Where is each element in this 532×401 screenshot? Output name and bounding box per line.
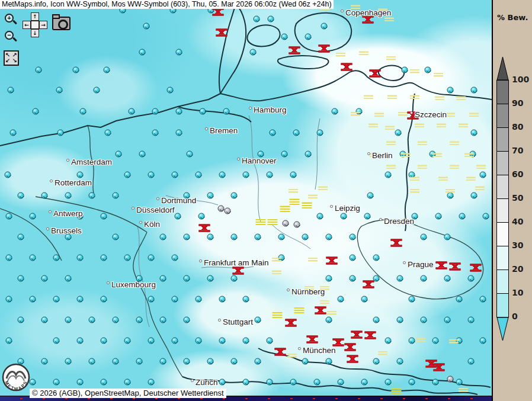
colorbar-tick-label: 50	[512, 193, 523, 203]
colorbar-segment	[496, 104, 509, 128]
colorbar-tick-label: 90	[512, 98, 523, 108]
colorbar-tick-label: 40	[512, 217, 523, 226]
colorbar-tick-label: 20	[512, 264, 523, 274]
camera-screenshot-button[interactable]	[52, 17, 70, 30]
arrow-out-icon: ↙	[5, 58, 10, 64]
colorbar-tick-label: 70	[512, 146, 523, 155]
colorbar-tick-label: 80	[512, 122, 523, 131]
fullscreen-button[interactable]: ↖ ↗ ↙ ↘	[4, 50, 19, 66]
legend-title: % Bew.	[497, 13, 528, 22]
arrow-out-icon: ↘	[12, 58, 17, 64]
zoom-out-button[interactable]: −	[4, 30, 18, 44]
map-canvas[interactable]: CopenhagenHamburgBremenHannoverAmsterdam…	[0, 0, 492, 401]
attribution-text: © 2026 (AGB), OpenStreetMap, Deutscher W…	[30, 389, 226, 398]
colorbar-top-arrow	[496, 56, 509, 81]
country-borders	[0, 0, 492, 401]
colorbar-segment	[496, 270, 509, 294]
pan-left-button[interactable]: ←	[23, 21, 31, 29]
colorbar-tick-label: 30	[512, 240, 523, 250]
legend-panel: % Bew. 1009080706050403020100	[492, 0, 532, 401]
colorbar-bottom-arrow	[496, 317, 509, 341]
colorbar-tick-label: 60	[512, 169, 523, 179]
pan-up-button[interactable]: ↑	[31, 12, 39, 21]
weather-map-app: CopenhagenHamburgBremenHannoverAmsterdam…	[0, 0, 532, 401]
colorbar-segment	[496, 246, 509, 270]
colorbar-segment	[496, 151, 509, 175]
pan-down-button[interactable]: ↓	[31, 29, 39, 37]
metmaps-logo: METMAPS	[1, 362, 31, 394]
map-title: MetMaps.info, Icon WW-Symbol, Mos WW-Sym…	[0, 0, 334, 9]
colorbar-segment	[496, 293, 509, 317]
colorbar-segment	[496, 198, 509, 223]
colorbar-segment	[496, 222, 509, 246]
colorbar-segment	[496, 127, 509, 152]
pan-right-button[interactable]: →	[39, 21, 47, 29]
colorbar-tick-label: 0	[512, 312, 518, 321]
zoom-in-button[interactable]: +	[4, 13, 18, 27]
colorbar-segment	[496, 80, 509, 104]
colorbar-tick-label: 100	[512, 75, 529, 84]
colorbar-tick-label: 10	[512, 288, 523, 297]
pan-center-button[interactable]	[31, 21, 39, 29]
colorbar-segment	[496, 175, 509, 199]
pan-control: ↑ ← → ↓	[23, 12, 47, 37]
